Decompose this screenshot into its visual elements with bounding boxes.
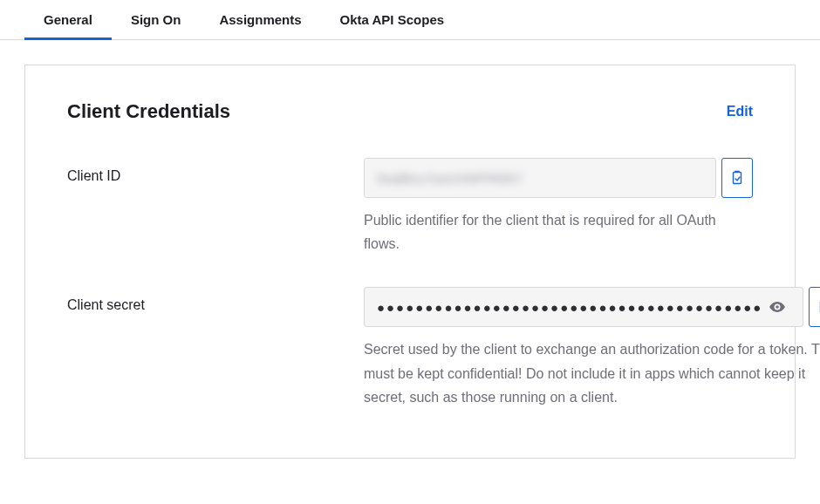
client-credentials-panel: Client Credentials Edit Client ID 0oaBln… xyxy=(24,65,796,459)
client-secret-value: ●●●●●●●●●●●●●●●●●●●●●●●●●●●●●●●●●●●●●●●● xyxy=(377,300,762,315)
client-id-help: Public identifier for the client that is… xyxy=(364,208,753,255)
eye-icon xyxy=(769,302,785,312)
client-secret-help: Secret used by the client to exchange an… xyxy=(364,337,820,409)
edit-button[interactable]: Edit xyxy=(727,104,753,119)
panel-title: Client Credentials xyxy=(67,100,230,123)
tabs-bar: General Sign On Assignments Okta API Sco… xyxy=(0,0,820,40)
client-secret-copy-button[interactable] xyxy=(809,287,820,327)
client-secret-label: Client secret xyxy=(67,287,364,313)
svg-point-1 xyxy=(776,306,779,309)
client-secret-body: ●●●●●●●●●●●●●●●●●●●●●●●●●●●●●●●●●●●●●●●● xyxy=(364,287,820,409)
tab-scopes[interactable]: Okta API Scopes xyxy=(321,0,464,40)
client-secret-input[interactable]: ●●●●●●●●●●●●●●●●●●●●●●●●●●●●●●●●●●●●●●●● xyxy=(364,287,803,327)
client-secret-row: Client secret ●●●●●●●●●●●●●●●●●●●●●●●●●●… xyxy=(67,287,753,409)
reveal-button[interactable] xyxy=(762,302,790,312)
tab-general[interactable]: General xyxy=(24,0,112,40)
panel-header: Client Credentials Edit xyxy=(67,100,753,123)
tab-assignments[interactable]: Assignments xyxy=(200,0,320,40)
svg-rect-0 xyxy=(734,173,741,184)
client-id-copy-button[interactable] xyxy=(721,158,753,198)
client-id-label: Client ID xyxy=(67,158,364,184)
client-id-body: 0oaBlnu7wxoVNPPR0h7 Public identifier fo… xyxy=(364,158,753,255)
tab-signon[interactable]: Sign On xyxy=(112,0,201,40)
client-id-input[interactable]: 0oaBlnu7wxoVNPPR0h7 xyxy=(364,158,716,198)
client-id-row: Client ID 0oaBlnu7wxoVNPPR0h7 Public ide… xyxy=(67,158,753,255)
client-id-value: 0oaBlnu7wxoVNPPR0h7 xyxy=(377,171,523,186)
clipboard-icon xyxy=(730,170,744,186)
